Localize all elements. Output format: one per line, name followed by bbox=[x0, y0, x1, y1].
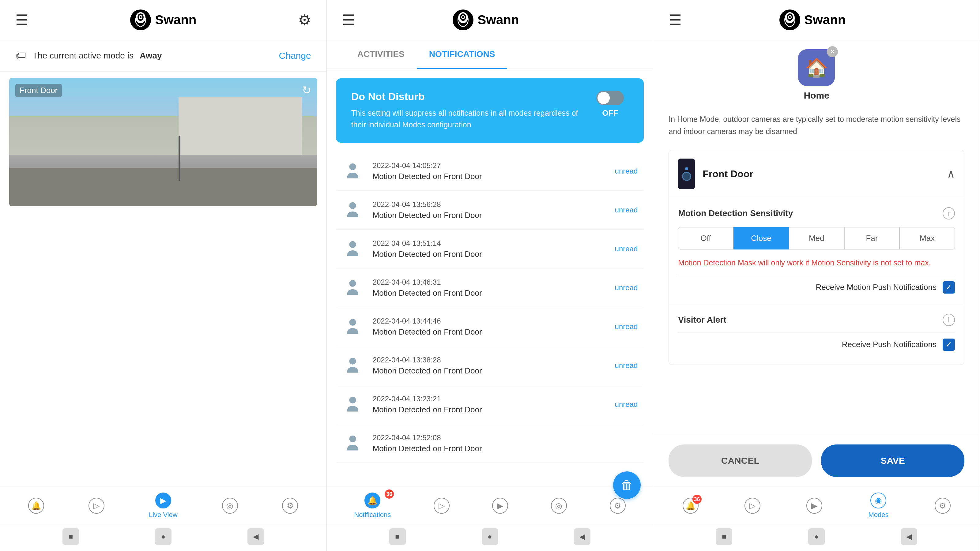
nav-icons-panel2: 🔔 36 Notifications ▷ ▶ ◎ ⚙ bbox=[327, 492, 653, 525]
sens-close[interactable]: Close bbox=[733, 227, 789, 249]
rotate-icon[interactable]: ↻ bbox=[302, 84, 311, 97]
sys-stop[interactable]: ■ bbox=[62, 528, 79, 545]
do-not-disturb-banner: Do Not Disturb This setting will suppres… bbox=[336, 78, 644, 143]
brand-name: Swann bbox=[155, 13, 196, 27]
sys-back[interactable]: ◀ bbox=[247, 528, 264, 545]
motion-sensitivity-section: Motion Detection Sensitivity i Off Close… bbox=[669, 198, 964, 306]
mode-icon: 🏷 bbox=[15, 49, 26, 62]
cancel-button[interactable]: CANCEL bbox=[668, 445, 812, 477]
mode-icon-container: 🏠 ✕ Home bbox=[668, 49, 964, 101]
sys-stop-p3[interactable]: ■ bbox=[716, 528, 732, 545]
camera-preview: Front Door ↻ bbox=[9, 78, 317, 206]
notif-desc-7: Motion Detected on Front Door bbox=[373, 444, 638, 453]
sens-off[interactable]: Off bbox=[678, 227, 733, 249]
sys-back-p3[interactable]: ◀ bbox=[901, 528, 917, 545]
nav-item-notif[interactable]: 🔔 36 Notifications bbox=[354, 492, 391, 519]
menu-icon-p3[interactable]: ☰ bbox=[668, 11, 682, 29]
nav-item-loc2[interactable]: ◎ bbox=[551, 498, 567, 514]
brand-logo-p2: Swann bbox=[452, 9, 519, 30]
home-emoji: 🏠 bbox=[805, 57, 828, 79]
visitor-alert-section: Visitor Alert i Receive Push Notificatio… bbox=[669, 306, 964, 365]
visitor-push-checkbox[interactable]: ✓ bbox=[943, 338, 955, 351]
header-panel2: ☰ Swann bbox=[327, 0, 653, 40]
svg-point-19 bbox=[350, 435, 356, 442]
nav-item-notif-p3[interactable]: 🔔 36 bbox=[682, 498, 698, 514]
nav-item-live3[interactable]: ▶ bbox=[807, 498, 822, 514]
tab-activities[interactable]: ACTIVITIES bbox=[345, 40, 417, 69]
sensitivity-title-row: Motion Detection Sensitivity i bbox=[678, 207, 955, 219]
notif-content-3: 2022-04-04 13:46:31 Motion Detected on F… bbox=[373, 278, 606, 298]
swann-logo-icon bbox=[130, 9, 151, 30]
notification-list: 2022-04-04 14:05:27 Motion Detected on F… bbox=[327, 152, 653, 486]
header-panel3: ☰ Swann bbox=[653, 0, 980, 40]
notif-content-0: 2022-04-04 14:05:27 Motion Detected on F… bbox=[373, 161, 606, 181]
visitor-info-icon[interactable]: i bbox=[943, 314, 955, 326]
person-icon-0 bbox=[342, 160, 364, 182]
notif-item-1[interactable]: 2022-04-04 13:56:28 Motion Detected on F… bbox=[336, 191, 644, 230]
camera-label: Front Door bbox=[15, 84, 62, 97]
svg-point-24 bbox=[789, 16, 791, 18]
notif-desc-5: Motion Detected on Front Door bbox=[373, 366, 606, 376]
nav-item-set2[interactable]: ⚙ bbox=[610, 498, 626, 514]
nav-item-location[interactable]: ◎ bbox=[222, 498, 238, 514]
motion-push-checkbox[interactable]: ✓ bbox=[943, 281, 955, 294]
live-icon: ▶ bbox=[155, 492, 171, 508]
nav-item-settings[interactable]: ⚙ bbox=[282, 498, 298, 514]
dnd-toggle[interactable] bbox=[596, 91, 624, 105]
header-panel1: ☰ Swann ⚙ bbox=[0, 0, 326, 40]
nav-item-alerts[interactable]: 🔔 bbox=[28, 498, 44, 514]
settings-icon[interactable]: ⚙ bbox=[298, 11, 311, 29]
collapse-icon[interactable]: ∧ bbox=[947, 167, 955, 180]
motion-push-label: Receive Motion Push Notifications bbox=[816, 283, 937, 292]
notif-status-4: unread bbox=[615, 322, 638, 331]
nav-item-pb2[interactable]: ▷ bbox=[434, 498, 450, 514]
person-icon-6 bbox=[342, 394, 364, 415]
system-nav-panel1: ■ ● ◀ bbox=[0, 525, 326, 548]
notif-item-7[interactable]: 2022-04-04 12:52:08 Motion Detected on F… bbox=[336, 424, 644, 463]
location-icon-p2: ◎ bbox=[551, 498, 567, 514]
notif-item-2[interactable]: 2022-04-04 13:51:14 Motion Detected on F… bbox=[336, 230, 644, 268]
sensitivity-info-icon[interactable]: i bbox=[943, 207, 955, 219]
sys-home[interactable]: ● bbox=[155, 528, 172, 545]
notif-item-6[interactable]: 2022-04-04 13:23:21 Motion Detected on F… bbox=[336, 385, 644, 424]
delete-fab[interactable]: 🗑 bbox=[613, 472, 641, 499]
change-mode-link[interactable]: Change bbox=[279, 51, 311, 61]
notif-item-3[interactable]: 2022-04-04 13:46:31 Motion Detected on F… bbox=[336, 268, 644, 307]
person-icon-1 bbox=[342, 199, 364, 221]
bottom-nav-panel1: 🔔 ▷ ▶ Live View ◎ ⚙ ■ ● ◀ bbox=[0, 486, 326, 551]
nav-item-playback[interactable]: ▷ bbox=[89, 498, 105, 514]
mode-home-icon: 🏠 ✕ bbox=[798, 49, 835, 86]
mode-close-button[interactable]: ✕ bbox=[827, 46, 838, 57]
nav-item-live[interactable]: ▶ Live View bbox=[149, 492, 178, 519]
notif-time-3: 2022-04-04 13:46:31 bbox=[373, 278, 606, 286]
menu-icon[interactable]: ☰ bbox=[15, 11, 29, 29]
tab-notifications[interactable]: NOTIFICATIONS bbox=[417, 40, 508, 69]
sys-home-p2[interactable]: ● bbox=[482, 528, 498, 545]
device-name: Front Door bbox=[703, 168, 939, 180]
save-button[interactable]: SAVE bbox=[821, 445, 964, 477]
notif-item-0[interactable]: 2022-04-04 14:05:27 Motion Detected on F… bbox=[336, 152, 644, 191]
person-icon-7 bbox=[342, 432, 364, 454]
menu-icon-p2[interactable]: ☰ bbox=[342, 11, 355, 29]
notif-desc-2: Motion Detected on Front Door bbox=[373, 249, 606, 259]
playback-icon: ▷ bbox=[89, 498, 105, 514]
brand-logo: Swann bbox=[130, 9, 196, 30]
nav-item-pb3[interactable]: ▷ bbox=[745, 498, 760, 514]
modes-label: Modes bbox=[868, 511, 888, 519]
nav-item-modes[interactable]: ◉ Modes bbox=[868, 492, 888, 519]
swann-logo-icon-p3 bbox=[779, 9, 800, 30]
notif-badge: 36 bbox=[385, 489, 394, 499]
notif-item-5[interactable]: 2022-04-04 13:38:28 Motion Detected on F… bbox=[336, 346, 644, 385]
nav-item-live2[interactable]: ▶ bbox=[492, 498, 508, 514]
notif-item-4[interactable]: 2022-04-04 13:44:46 Motion Detected on F… bbox=[336, 307, 644, 346]
sens-max[interactable]: Max bbox=[899, 227, 955, 249]
sys-stop-p2[interactable]: ■ bbox=[389, 528, 406, 545]
sens-med[interactable]: Med bbox=[789, 227, 844, 249]
device-header[interactable]: Front Door ∧ bbox=[669, 150, 964, 198]
bottom-nav-panel3: 🔔 36 ▷ ▶ ◉ Modes ⚙ ■ ● ◀ bbox=[653, 486, 980, 551]
sys-back-p2[interactable]: ◀ bbox=[574, 528, 590, 545]
sens-far[interactable]: Far bbox=[844, 227, 900, 249]
sys-home-p3[interactable]: ● bbox=[808, 528, 825, 545]
notif-desc-1: Motion Detected on Front Door bbox=[373, 211, 606, 220]
nav-item-set3[interactable]: ⚙ bbox=[935, 498, 951, 514]
